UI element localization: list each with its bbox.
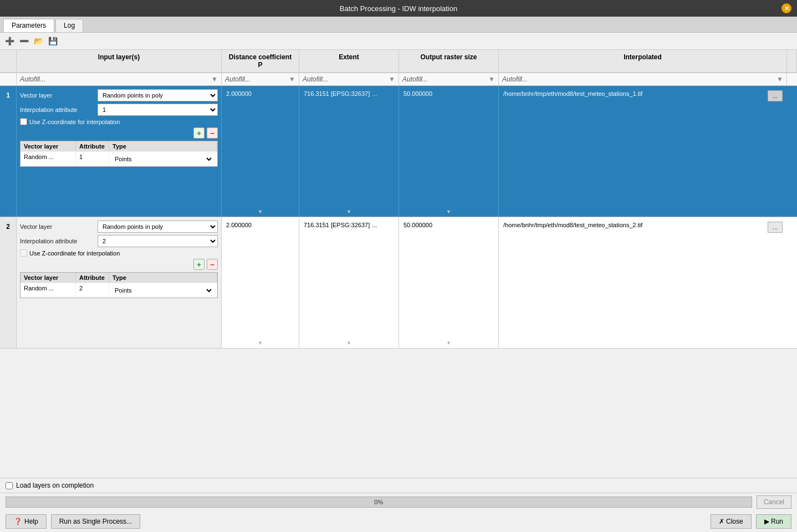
- autofill-distance-arrow: ▼: [289, 75, 295, 83]
- row-2-distance-val: 2.000000: [222, 217, 299, 233]
- window-title: Batch Processing - IDW interpolation: [340, 4, 457, 13]
- row-1-interp-btn[interactable]: ...: [768, 90, 783, 101]
- load-layers-checkbox[interactable]: [6, 482, 13, 489]
- row-2-type-select[interactable]: Points: [113, 285, 213, 296]
- row-1-spacer: [20, 169, 218, 213]
- row-1-output-size-cell: 50.000000 ▼: [399, 86, 499, 217]
- row-2-add-btn[interactable]: +: [193, 259, 205, 270]
- row-2-interp-path: /home/bnhr/tmp/eth/mod8/test_meteo_stati…: [503, 222, 642, 228]
- row-2-mini-col-type: Type: [109, 273, 217, 283]
- row-2-input-cell: Vector layer Random points in poly Inter…: [17, 217, 222, 348]
- load-layers-row: Load layers on completion: [0, 478, 797, 493]
- row-2-mini-layer-val: Random ...: [21, 283, 76, 298]
- row-1-interp-attr-select[interactable]: 1: [98, 104, 218, 116]
- row-2-vector-select[interactable]: Random points in poly: [98, 221, 218, 233]
- row-2-output-arrow: ▼: [446, 340, 451, 346]
- row-1-num: 1: [0, 86, 17, 217]
- row-1-output-arrow: ▼: [446, 209, 451, 214]
- autofill-interpolated[interactable]: Autofill... ▼: [499, 73, 787, 85]
- row-1-vector-layer-row: Vector layer Random points in poly: [20, 89, 218, 101]
- autofill-row: Autofill... ▼ Autofill... ▼ Autofill... …: [0, 73, 797, 86]
- autofill-input[interactable]: Autofill... ▼: [17, 73, 222, 85]
- row-1-vector-select[interactable]: Random points in poly: [98, 89, 218, 101]
- save-button[interactable]: 💾: [47, 35, 59, 47]
- row-1-use-z-row[interactable]: Use Z-coordinate for interpolation: [20, 118, 218, 125]
- autofill-num: [0, 73, 17, 85]
- tabs-bar: Parameters Log: [0, 17, 797, 33]
- add-row-button[interactable]: ➕: [3, 35, 16, 47]
- row-1-add-btn[interactable]: +: [193, 127, 205, 139]
- close-icon[interactable]: ✕: [781, 3, 791, 13]
- help-button[interactable]: ❓ Help: [6, 514, 47, 529]
- row-1-mini-col-type: Type: [109, 141, 217, 151]
- row-2-num: 2: [0, 217, 17, 348]
- row-1-mini-type-val[interactable]: Points: [109, 151, 217, 166]
- close-button[interactable]: ✗ Close: [711, 514, 752, 529]
- row-2-mini-table: Vector layer Attribute Type Random ... 2…: [20, 272, 218, 298]
- row-2-spacer: [20, 300, 218, 345]
- row-1-use-z-checkbox[interactable]: [20, 118, 27, 125]
- row-2-mini-type-val[interactable]: Points: [109, 283, 217, 298]
- row-1-distance-val: 2.000000: [222, 86, 299, 101]
- run-single-process-button[interactable]: Run as Single Process...: [51, 514, 140, 529]
- tab-log[interactable]: Log: [55, 19, 83, 32]
- row-1-remove-btn[interactable]: −: [207, 127, 218, 139]
- row-1-mini-header: Vector layer Attribute Type: [21, 141, 217, 151]
- autofill-extent[interactable]: Autofill... ▼: [299, 73, 399, 85]
- row-1-use-z-label: Use Z-coordinate for interpolation: [29, 119, 120, 125]
- row-1-extent-cell: 716.3151 [EPSG:32637] ... ▼: [299, 86, 399, 217]
- cancel-button[interactable]: Cancel: [757, 495, 791, 509]
- row-1-interp-path: /home/bnhr/tmp/eth/mod8/test_meteo_stati…: [503, 90, 642, 97]
- toolbar: ➕ ➖ 📂 💾: [0, 33, 797, 50]
- row-2-use-z-label: Use Z-coordinate for interpolation: [29, 250, 120, 257]
- row-2-extent-btn[interactable]: ...: [372, 222, 377, 228]
- run-button[interactable]: ▶ Run: [756, 514, 791, 529]
- row-1-type-select[interactable]: Points: [113, 154, 213, 165]
- row-2-remove-btn[interactable]: −: [207, 259, 218, 270]
- row-1-input-cell: Vector layer Random points in poly Inter…: [17, 86, 222, 217]
- load-layers-label: Load layers on completion: [16, 482, 94, 489]
- autofill-distance[interactable]: Autofill... ▼: [222, 73, 299, 85]
- row-1-distance-arrow-down: ▼: [258, 209, 263, 214]
- row-2-mini-col-layer: Vector layer: [21, 273, 76, 283]
- col-output-size: Output raster size: [399, 50, 499, 72]
- row-1-end: [787, 86, 797, 217]
- main-container: Parameters Log ➕ ➖ 📂 💾 Input layer(s) Di…: [0, 17, 797, 532]
- content-area: Input layer(s) Distance coefficient P Ex…: [0, 50, 797, 478]
- col-scroll: [787, 50, 797, 72]
- row-1-mini-col-attr: Attribute: [76, 141, 109, 151]
- row-1-extent-btn[interactable]: ...: [372, 90, 377, 97]
- row-2-distance-arrow: ▼: [258, 340, 263, 346]
- row-2-mini-col-attr: Attribute: [76, 273, 109, 283]
- remove-row-button[interactable]: ➖: [18, 35, 30, 47]
- col-input-layer: Input layer(s): [17, 50, 222, 72]
- row-2-interp-btn[interactable]: ...: [768, 222, 783, 233]
- action-left: ❓ Help Run as Single Process...: [6, 514, 140, 529]
- row-2-extent-arrow: ▼: [346, 340, 351, 346]
- row-2-distance-cell: 2.000000 ▼: [222, 217, 299, 348]
- open-button[interactable]: 📂: [32, 35, 44, 47]
- progress-bar: 0%: [6, 497, 752, 508]
- row-2-add-remove: + −: [20, 259, 218, 270]
- title-bar: Batch Processing - IDW interpolation ✕: [0, 0, 797, 17]
- autofill-extent-arrow: ▼: [389, 75, 395, 83]
- row-1-output-size-val: 50.000000: [399, 86, 498, 101]
- row-2-vector-label: Vector layer: [20, 223, 98, 230]
- tab-parameters[interactable]: Parameters: [3, 19, 54, 32]
- table-row-2[interactable]: 2 Vector layer Random points in poly Int…: [0, 217, 797, 349]
- row-2-mini-attr-val: 2: [76, 283, 109, 298]
- progress-label: 0%: [6, 497, 752, 507]
- row-1-interp-cell: /home/bnhr/tmp/eth/mod8/test_meteo_stati…: [499, 86, 787, 217]
- table-row-1[interactable]: 1 Vector layer Random points in poly Int…: [0, 86, 797, 217]
- row-1-extent-arrow: ▼: [346, 209, 351, 214]
- table-scroll[interactable]: Autofill... ▼ Autofill... ▼ Autofill... …: [0, 73, 797, 478]
- row-2-interp-attr-select[interactable]: 2: [98, 235, 218, 247]
- autofill-interp-arrow: ▼: [776, 75, 783, 83]
- row-2-interp-attr-row: Interpolation attribute 2: [20, 235, 218, 247]
- row-2-use-z-row[interactable]: Use Z-coordinate for interpolation: [20, 249, 218, 257]
- row-2-vector-layer-row: Vector layer Random points in poly: [20, 221, 218, 233]
- row-2-use-z-checkbox[interactable]: [20, 249, 27, 257]
- autofill-output-size[interactable]: Autofill... ▼: [399, 73, 499, 85]
- row-2-interp-attr-label: Interpolation attribute: [20, 238, 98, 244]
- row-1-vector-label: Vector layer: [20, 92, 98, 99]
